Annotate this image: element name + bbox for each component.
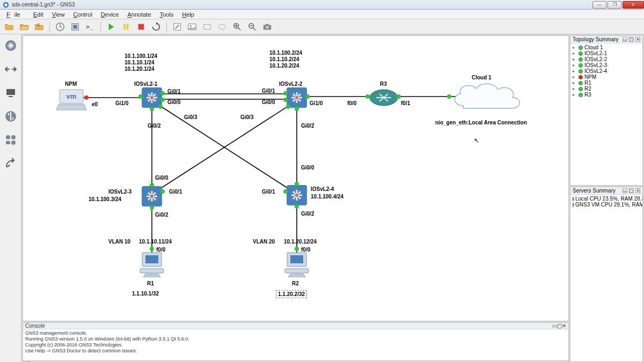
- reload-button[interactable]: [150, 21, 162, 33]
- svg-rect-54: [145, 255, 158, 263]
- snapshot-button[interactable]: [54, 21, 66, 33]
- new-project-button[interactable]: [3, 21, 15, 33]
- server-local[interactable]: Local CPU 23.5%, RAM 28.3%: [572, 196, 641, 202]
- svg-point-45: [295, 96, 298, 99]
- console-title: Console: [25, 323, 45, 329]
- svg-point-52: [295, 194, 298, 197]
- servers-panel-controls[interactable]: ▭▢✕: [623, 188, 640, 193]
- menu-file[interactable]: File: [2, 11, 29, 18]
- svg-point-42: [150, 96, 153, 99]
- r1-ip: 1.1.10.1/32: [132, 291, 159, 297]
- pause-button[interactable]: [120, 21, 132, 33]
- r3-node[interactable]: [369, 88, 399, 109]
- sw3-port-gi02: Gi0/2: [155, 212, 168, 218]
- sw2-gi02-dot: [295, 107, 299, 111]
- svg-rect-6: [124, 24, 126, 29]
- server-vm[interactable]: GNS3 VM CPU 29.1%, RAM 6.0%: [572, 202, 641, 208]
- menu-help[interactable]: Help: [178, 11, 199, 18]
- svg-rect-55: [140, 269, 164, 273]
- switches-category-button[interactable]: [3, 61, 19, 77]
- menu-annotate[interactable]: Annotate: [123, 11, 156, 18]
- topology-item[interactable]: ▸Cloud 1: [572, 45, 641, 50]
- sw2-gi01-dot: [283, 91, 288, 95]
- topology-item[interactable]: ▸R1: [572, 80, 641, 86]
- topology-item[interactable]: ▸IOSvL2-1: [572, 50, 641, 56]
- console-button[interactable]: >_: [84, 21, 96, 33]
- svg-line-35: [158, 104, 291, 190]
- console-panel-controls[interactable]: ▭▢✕: [552, 323, 566, 329]
- titlebar: sdx-central-1.gn3* - GNS3 — ❐ X: [0, 0, 644, 10]
- r1-label: R1: [147, 280, 154, 286]
- stop-button[interactable]: [135, 21, 147, 33]
- servers-list: Local CPU 23.5%, RAM 28.3% GNS3 VM CPU 2…: [570, 195, 642, 209]
- topology-item[interactable]: ▸NPM: [572, 74, 641, 80]
- cloud-node[interactable]: [447, 79, 528, 119]
- all-devices-button[interactable]: [3, 132, 19, 148]
- r1-sub-ip: 10.1.10.11/24: [139, 239, 172, 245]
- r2-node[interactable]: [282, 252, 312, 279]
- r3-port-f01: f0/1: [401, 100, 410, 106]
- zoom-in-button[interactable]: [231, 21, 243, 33]
- sw2-ip-block: 10.1.100.2/24 10.1.10.2/24 10.1.20.2/24: [269, 50, 302, 69]
- vlan10-label: VLAN 10: [108, 239, 130, 245]
- sw2-label: IOSvL2-2: [279, 81, 302, 87]
- console-panel: Console ▭▢✕ GNS3 management console. Run…: [23, 322, 569, 361]
- menu-edit[interactable]: Edit: [29, 11, 48, 18]
- end-devices-category-button[interactable]: [3, 85, 19, 101]
- minimize-button[interactable]: —: [592, 1, 606, 9]
- r2-ip-selected[interactable]: 1.1.20.2/32: [276, 290, 307, 298]
- zoom-out-button[interactable]: [246, 21, 258, 33]
- sw1-label: IOSvL2-1: [134, 81, 157, 87]
- sw2-gi10-dot: [305, 94, 310, 99]
- topology-tree[interactable]: ▸Cloud 1▸IOSvL2-1▸IOSvL2-2▸IOSvL2-3▸IOSv…: [570, 43, 642, 99]
- menu-view[interactable]: View: [48, 11, 69, 18]
- svg-rect-58: [285, 269, 309, 273]
- sw1-gi01a-dot: [160, 91, 165, 95]
- add-link-button[interactable]: [3, 156, 19, 172]
- sw3-gi00-dot: [150, 183, 154, 187]
- r3-f01-dot: [397, 94, 401, 99]
- topology-canvas[interactable]: NPM vm e0 10.1.100.1/24 10.1.10.1/24 10.…: [23, 35, 569, 321]
- sw4-gi01-dot: [283, 189, 288, 194]
- open-project-button[interactable]: [18, 21, 30, 33]
- topology-item[interactable]: ▸IOSvL2-2: [572, 56, 641, 62]
- app-icon: [2, 1, 10, 9]
- sw2-port-gi10: Gi1/0: [310, 100, 323, 106]
- topology-item[interactable]: ▸IOSvL2-3: [572, 62, 641, 68]
- menu-control[interactable]: Control: [69, 11, 96, 18]
- start-button[interactable]: [105, 21, 117, 33]
- screenshot-button[interactable]: [261, 21, 273, 33]
- r3-port-f00: f0/0: [347, 100, 356, 106]
- topology-item[interactable]: ▸R2: [572, 86, 641, 92]
- rectangle-button[interactable]: [201, 21, 213, 33]
- sw4-port-gi01: Gi0/1: [262, 189, 275, 195]
- svg-rect-12: [204, 24, 211, 29]
- security-category-button[interactable]: [3, 108, 19, 124]
- r3-label: R3: [380, 81, 387, 87]
- image-button[interactable]: [186, 21, 198, 33]
- console-output[interactable]: GNS3 management console. Running GNS3 ve…: [23, 329, 568, 362]
- svg-rect-17: [266, 24, 268, 25]
- svg-rect-20: [6, 89, 15, 95]
- topology-item[interactable]: ▸IOSvL2-4: [572, 68, 641, 74]
- topology-panel-controls[interactable]: ▭▢✕: [623, 37, 640, 42]
- window-title: sdx-central-1.gn3* - GNS3: [12, 2, 591, 8]
- r1-node[interactable]: [137, 252, 167, 279]
- routers-category-button[interactable]: [3, 38, 19, 54]
- sw1-ip-block: 10.1.100.1/24 10.1.10.1/24 10.1.20.1/24: [125, 53, 157, 72]
- show-labels-button[interactable]: [69, 21, 81, 33]
- r2-sub-ip: 10.1.20.12/24: [284, 239, 317, 245]
- sw2-port-gi01: Gi0/1: [262, 88, 275, 94]
- sw4-port-gi02: Gi0/2: [301, 211, 314, 217]
- ellipse-button[interactable]: [216, 21, 228, 33]
- save-project-button[interactable]: [33, 21, 45, 33]
- topology-item[interactable]: ▸R3: [572, 92, 641, 98]
- close-button[interactable]: X: [623, 1, 644, 9]
- menu-device[interactable]: Device: [97, 11, 123, 18]
- svg-text:vm: vm: [67, 92, 77, 100]
- svg-point-26: [11, 141, 16, 145]
- menu-tools[interactable]: Tools: [156, 11, 178, 18]
- maximize-button[interactable]: ❐: [608, 1, 621, 9]
- note-button[interactable]: [171, 21, 183, 33]
- npm-node[interactable]: vm: [56, 88, 86, 113]
